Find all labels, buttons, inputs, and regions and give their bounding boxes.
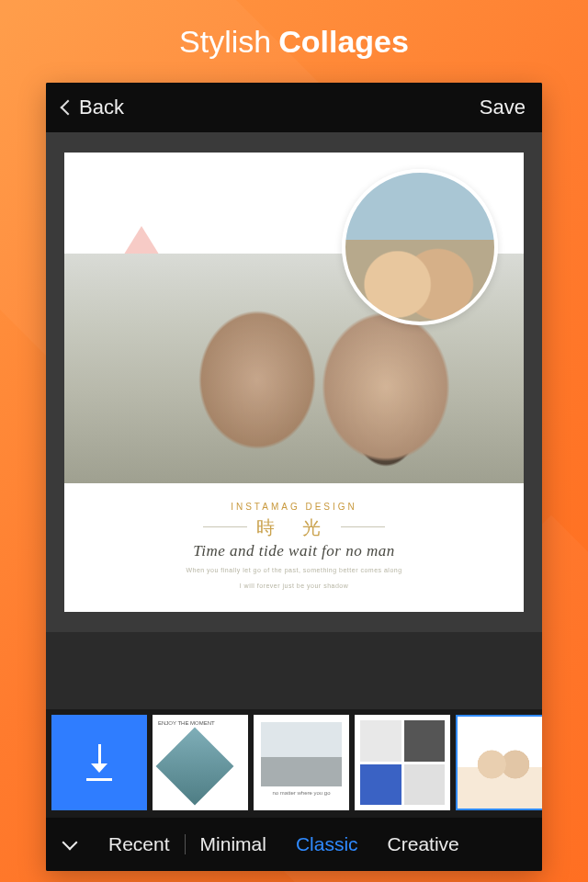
divider-left xyxy=(203,526,247,527)
chevron-left-icon xyxy=(61,100,76,116)
save-button[interactable]: Save xyxy=(480,96,526,119)
back-button[interactable]: Back xyxy=(62,96,124,119)
template-item-selected[interactable] xyxy=(456,715,542,810)
download-icon xyxy=(86,744,112,781)
photo-placeholder xyxy=(474,742,533,779)
category-classic[interactable]: Classic xyxy=(281,833,373,855)
template-download-more[interactable] xyxy=(51,715,147,810)
save-label: Save xyxy=(480,96,526,119)
category-minimal[interactable]: Minimal xyxy=(186,833,281,855)
text-badge[interactable]: INSTAMAG DESIGN 時 光 Time and tide wait f… xyxy=(64,502,524,591)
marketing-headline: Stylish Collages xyxy=(0,0,588,83)
badge-subtext1: When you finally let go of the past, som… xyxy=(64,566,524,576)
app-header: Back Save xyxy=(46,83,542,132)
badge-subtext2: I will forever just be your shadow xyxy=(64,582,524,592)
category-collapse-button[interactable] xyxy=(46,818,94,871)
template-caption: ENJOY THE MOMENT xyxy=(158,720,215,727)
category-creative[interactable]: Creative xyxy=(373,833,474,855)
badge-caption: Time and tide wait for no man xyxy=(64,542,524,560)
category-bar: Recent Minimal Classic Creative xyxy=(46,818,542,871)
photo-placeholder xyxy=(261,722,342,786)
template-caption: no matter where you go xyxy=(254,790,349,796)
template-strip[interactable]: ENJOY THE MOMENT no matter where you go xyxy=(46,709,542,818)
circle-photo-slot[interactable] xyxy=(342,169,498,325)
app-screen: Back Save INSTAMAG DESIGN 時 光 Time and t… xyxy=(46,83,542,871)
badge-cjk: 時 光 xyxy=(256,515,332,540)
template-item[interactable] xyxy=(355,715,450,810)
spacer xyxy=(46,632,542,709)
canvas-area: INSTAMAG DESIGN 時 光 Time and tide wait f… xyxy=(46,132,542,632)
back-label: Back xyxy=(79,96,124,119)
chevron-down-icon xyxy=(62,834,78,850)
diamond-icon xyxy=(156,728,234,806)
collage-canvas[interactable]: INSTAMAG DESIGN 時 光 Time and tide wait f… xyxy=(64,153,524,612)
category-recent[interactable]: Recent xyxy=(94,833,185,855)
divider-right xyxy=(341,526,385,527)
marketing-title-bold: Collages xyxy=(278,24,409,60)
category-scroll[interactable]: Recent Minimal Classic Creative xyxy=(94,833,542,855)
grid-icon xyxy=(360,720,445,805)
template-item[interactable]: ENJOY THE MOMENT xyxy=(153,715,248,810)
badge-brand: INSTAMAG DESIGN xyxy=(64,502,524,512)
marketing-title-light: Stylish xyxy=(179,24,271,60)
template-item[interactable]: no matter where you go xyxy=(254,715,349,810)
